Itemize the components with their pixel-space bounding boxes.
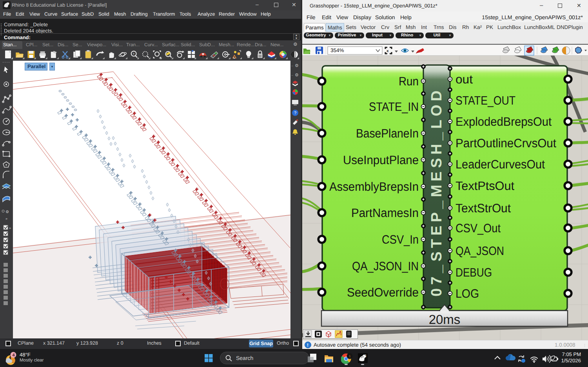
svg-text:20ms: 20ms <box>429 312 461 327</box>
svg-text:4: 4 <box>13 353 15 358</box>
svg-text:!: ! <box>307 342 309 348</box>
svg-text:CSV_In: CSV_In <box>382 233 419 246</box>
svg-text:LOG: LOG <box>456 287 479 300</box>
svg-text:+: + <box>132 52 134 56</box>
svg-text:⚙: ⚙ <box>5 210 9 214</box>
svg-text:354%: 354% <box>330 47 344 53</box>
svg-text:⚙: ⚙ <box>295 63 299 68</box>
svg-text:LeaderCurvesOut: LeaderCurvesOut <box>456 157 545 171</box>
svg-text:07_STEP_MESH_LOD: 07_STEP_MESH_LOD <box>428 90 445 296</box>
svg-text:8: 8 <box>8 2 9 5</box>
svg-text:x: x <box>387 49 389 53</box>
svg-text:1: 1 <box>349 354 351 358</box>
svg-text:8: 8 <box>364 354 367 358</box>
svg-text:STATE_OUT: STATE_OUT <box>456 94 515 107</box>
svg-text:AssemblyBrepsIn: AssemblyBrepsIn <box>329 180 419 193</box>
svg-text:»: » <box>9 226 11 230</box>
svg-text:..: .. <box>291 72 293 76</box>
svg-text:⚙: ⚙ <box>295 73 299 78</box>
svg-text:PartNamesIn: PartNamesIn <box>351 206 419 220</box>
svg-text:»: » <box>5 217 7 221</box>
svg-text:out: out <box>456 72 473 86</box>
svg-text:?: ? <box>294 111 296 116</box>
svg-text:TextPtsOut: TextPtsOut <box>456 179 514 193</box>
svg-text:UseInputPlane: UseInputPlane <box>343 153 419 167</box>
svg-text:ExplodedBrepsOut: ExplodedBrepsOut <box>456 115 552 128</box>
svg-text:PartOutlineCrvsOut: PartOutlineCrvsOut <box>456 136 556 150</box>
svg-text:TextStrOut: TextStrOut <box>456 201 511 215</box>
svg-text:BasePlaneIn: BasePlaneIn <box>356 127 419 140</box>
svg-text:Run: Run <box>399 74 419 88</box>
svg-text:SeedOverride: SeedOverride <box>347 286 419 299</box>
svg-text:CSV_Out: CSV_Out <box>456 221 501 235</box>
svg-text:QA_JSON: QA_JSON <box>456 244 504 258</box>
svg-text:QA_JSON_IN: QA_JSON_IN <box>352 259 419 273</box>
svg-text:STATE_IN: STATE_IN <box>369 100 419 114</box>
svg-text:..: .. <box>291 63 293 67</box>
svg-text:DEBUG: DEBUG <box>456 266 492 279</box>
